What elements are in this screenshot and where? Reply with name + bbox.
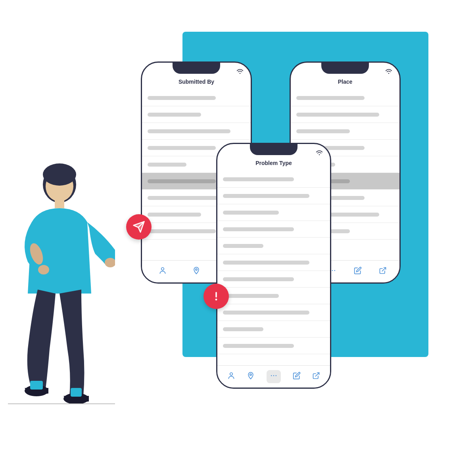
share-icon[interactable]	[312, 372, 320, 382]
phone-notch-1	[173, 63, 220, 74]
row-bar	[223, 294, 279, 298]
list-row	[217, 254, 330, 271]
person-illustration	[8, 143, 115, 440]
svg-point-22	[230, 373, 232, 376]
location-icon[interactable]	[247, 372, 255, 382]
list-row	[217, 321, 330, 338]
ellipsis-icon-active[interactable]	[267, 370, 281, 383]
list-row	[217, 338, 330, 354]
list-row	[217, 204, 330, 221]
phone-title-place: Place	[291, 78, 399, 88]
alert-button[interactable]	[203, 284, 229, 309]
list-row	[291, 106, 399, 123]
list-row	[217, 188, 330, 204]
row-bar	[148, 146, 216, 150]
row-bar	[296, 129, 350, 133]
list-row	[217, 271, 330, 288]
row-bar	[148, 213, 201, 217]
row-bar	[223, 227, 294, 231]
svg-point-25	[273, 375, 274, 376]
wifi-icon-2	[385, 69, 392, 75]
svg-line-21	[382, 268, 386, 271]
list-row	[291, 90, 399, 106]
row-bar	[223, 261, 309, 265]
svg-point-19	[332, 270, 333, 271]
svg-line-27	[316, 373, 319, 376]
row-bar	[148, 113, 201, 117]
svg-point-4	[38, 265, 49, 274]
svg-point-28	[215, 299, 217, 301]
list-row	[217, 304, 330, 321]
wifi-icon-1	[236, 69, 244, 75]
row-bar	[148, 229, 216, 233]
phone-problem-type: Problem Type	[216, 143, 331, 389]
row-bar	[223, 327, 263, 331]
location-icon[interactable]	[192, 267, 200, 276]
list-row	[142, 123, 251, 140]
svg-point-12	[161, 268, 164, 271]
wifi-icon-3	[316, 150, 323, 157]
list-row	[217, 238, 330, 254]
row-bar	[223, 344, 294, 348]
phone-bottom-bar-3	[217, 365, 330, 388]
row-bar	[148, 179, 216, 183]
phone-notch-3	[250, 144, 298, 155]
list-row	[142, 90, 251, 106]
svg-point-26	[276, 375, 277, 376]
row-bar	[148, 96, 216, 100]
phone-title-problem-type: Problem Type	[217, 159, 330, 169]
svg-point-20	[334, 270, 336, 271]
edit-icon[interactable]	[354, 267, 362, 276]
svg-point-2	[43, 163, 76, 186]
row-bar	[223, 277, 294, 281]
share-icon[interactable]	[379, 267, 387, 276]
svg-rect-3	[55, 200, 64, 208]
list-row	[291, 123, 399, 140]
row-bar	[223, 311, 309, 315]
svg-point-13	[196, 269, 197, 270]
list-row	[217, 171, 330, 188]
svg-rect-9	[30, 381, 43, 390]
svg-point-24	[271, 375, 272, 376]
list-row	[217, 221, 330, 238]
person-icon[interactable]	[227, 372, 235, 382]
svg-rect-10	[71, 388, 82, 397]
list-row	[217, 288, 330, 304]
row-bar	[148, 163, 186, 167]
row-bar	[223, 177, 294, 181]
row-bar	[296, 113, 379, 117]
phone-notch-2	[321, 63, 369, 74]
phone-title-submitted-by: Submitted By	[142, 78, 251, 88]
row-bar	[223, 194, 309, 198]
list-row	[142, 106, 251, 123]
person-icon[interactable]	[159, 267, 167, 276]
row-bar	[223, 244, 263, 248]
row-bar	[296, 96, 365, 100]
row-bar	[148, 129, 230, 133]
phone-content-3	[217, 169, 330, 365]
row-bar	[223, 211, 279, 215]
send-button[interactable]	[126, 214, 152, 240]
edit-icon[interactable]	[293, 372, 301, 382]
svg-point-23	[250, 374, 251, 375]
